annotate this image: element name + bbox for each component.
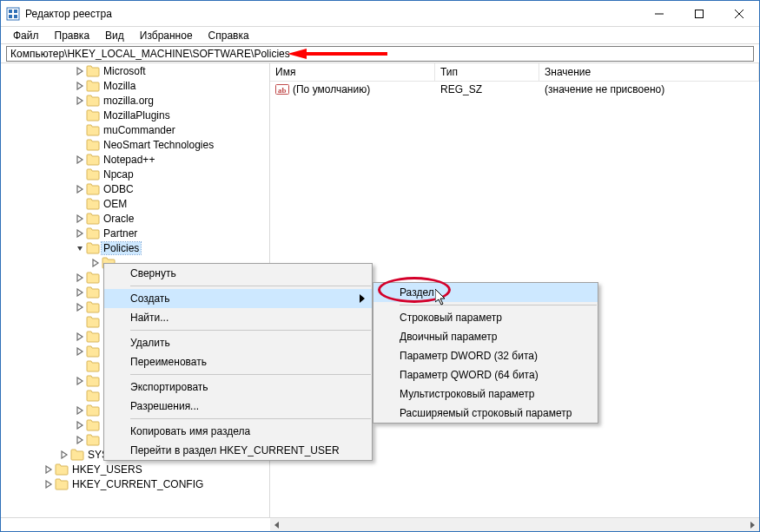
expander-closed-icon[interactable] (74, 227, 86, 240)
svg-marker-13 (77, 97, 83, 104)
col-value[interactable]: Значение (539, 63, 759, 81)
svg-marker-34 (274, 522, 279, 529)
col-type[interactable]: Тип (435, 63, 539, 81)
menu-file[interactable]: Файл (6, 27, 46, 43)
tree-item[interactable]: Microsoft (1, 63, 269, 78)
tree-item-label: HKEY_CURRENT_CONFIG (70, 478, 205, 490)
expander-closed-icon[interactable] (43, 478, 55, 490)
expander-closed-icon[interactable] (74, 375, 86, 387)
context-menu: Свернуть Создать Найти... Удалить Переим… (103, 263, 373, 461)
expander-closed-icon[interactable] (74, 345, 86, 358)
indent (1, 454, 58, 455)
sub-string[interactable]: Строковый параметр (373, 308, 598, 327)
expander-closed-icon[interactable] (89, 257, 102, 269)
indent (1, 144, 74, 145)
tree-item[interactable]: NeoSmart Technologies (1, 137, 269, 152)
tree-item[interactable]: mozilla.org (1, 93, 269, 108)
folder-icon (86, 109, 100, 122)
horizontal-scrollbar[interactable] (270, 518, 759, 531)
sub-key[interactable]: Раздел (373, 283, 598, 302)
expander-closed-icon[interactable] (74, 301, 86, 313)
menu-help[interactable]: Справка (202, 27, 256, 43)
expander-none (74, 124, 86, 136)
svg-marker-11 (77, 68, 83, 75)
expander-closed-icon[interactable] (74, 272, 86, 284)
indent (1, 100, 74, 101)
expander-closed-icon[interactable] (74, 434, 86, 446)
expander-closed-icon[interactable] (74, 331, 86, 343)
expander-closed-icon[interactable] (74, 404, 86, 417)
col-name[interactable]: Имя (270, 63, 435, 81)
minimize-button[interactable] (639, 1, 679, 26)
folder-icon (86, 124, 100, 136)
sub-multi[interactable]: Мультистроковый параметр (373, 384, 598, 404)
svg-rect-4 (14, 15, 17, 18)
tree-item[interactable]: Npcap (1, 167, 269, 181)
expander-closed-icon[interactable] (74, 80, 86, 92)
menu-favorites[interactable]: Избранное (133, 27, 200, 43)
expander-none (74, 316, 86, 328)
address-input[interactable]: Компьютер\HKEY_LOCAL_MACHINE\SOFTWARE\Po… (6, 46, 754, 62)
tree-item[interactable]: HKEY_CURRENT_CONFIG (1, 476, 269, 491)
tree-item[interactable]: Partner (1, 226, 269, 240)
list-row[interactable]: ab (По умолчанию) REG_SZ (значение не пр… (270, 82, 759, 97)
tree-item-label: MozillaPlugins (102, 109, 172, 122)
ctx-create[interactable]: Создать (104, 289, 372, 308)
menu-edit[interactable]: Правка (48, 27, 97, 43)
expander-closed-icon[interactable] (74, 213, 86, 225)
regedit-icon (6, 7, 20, 21)
indent (1, 262, 89, 263)
separator (130, 330, 371, 331)
sub-qword[interactable]: Параметр QWORD (64 бита) (373, 365, 598, 384)
menu-view[interactable]: Вид (98, 27, 131, 43)
expander-closed-icon[interactable] (58, 449, 70, 461)
ctx-permissions[interactable]: Разрешения... (104, 397, 372, 416)
scroll-right-icon[interactable] (745, 518, 759, 531)
tree-item[interactable]: Oracle (1, 211, 269, 226)
expander-closed-icon[interactable] (74, 95, 86, 107)
expander-closed-icon[interactable] (74, 419, 86, 431)
ctx-find[interactable]: Найти... (104, 308, 372, 327)
tree-item[interactable]: MozillaPlugins (1, 108, 269, 122)
menu-bar: Файл Правка Вид Избранное Справка (1, 27, 759, 44)
sub-dword[interactable]: Параметр DWORD (32 бита) (373, 346, 598, 365)
indent (1, 469, 43, 470)
expander-closed-icon[interactable] (74, 183, 86, 195)
ctx-collapse[interactable]: Свернуть (104, 264, 372, 283)
tree-item[interactable]: OEM (1, 196, 269, 211)
expander-none (74, 198, 86, 210)
expander-closed-icon[interactable] (43, 463, 55, 476)
expander-none (74, 109, 86, 122)
tree-item[interactable]: Policies (1, 240, 269, 255)
sub-expand[interactable]: Расширяемый строковый параметр (373, 404, 598, 423)
tree-item-label: HKEY_USERS (70, 463, 144, 476)
ctx-export[interactable]: Экспортировать (104, 378, 372, 397)
ctx-copy-key-name[interactable]: Копировать имя раздела (104, 422, 372, 441)
cell-value: (значение не присвоено) (539, 83, 759, 95)
maximize-button[interactable] (679, 1, 719, 26)
ctx-delete[interactable]: Удалить (104, 333, 372, 352)
tree-item[interactable]: Notepad++ (1, 152, 269, 167)
tree-item[interactable]: muCommander (1, 122, 269, 137)
tree-item[interactable]: Mozilla (1, 78, 269, 93)
expander-open-icon[interactable] (74, 242, 86, 254)
indent (1, 336, 74, 337)
folder-icon (86, 227, 100, 240)
ctx-rename[interactable]: Переименовать (104, 352, 372, 371)
folder-icon (86, 272, 100, 284)
status-bar (1, 517, 759, 531)
cell-type: REG_SZ (435, 83, 539, 95)
tree-item[interactable]: ODBC (1, 181, 269, 196)
expander-closed-icon[interactable] (74, 286, 86, 299)
expander-closed-icon[interactable] (74, 154, 86, 166)
tree-item[interactable]: HKEY_USERS (1, 462, 269, 476)
close-button[interactable] (719, 1, 759, 26)
scroll-left-icon[interactable] (270, 518, 284, 531)
expander-closed-icon[interactable] (74, 65, 86, 77)
ctx-goto-hkcu[interactable]: Перейти в раздел HKEY_CURRENT_USER (104, 441, 372, 460)
indent (1, 424, 74, 425)
svg-rect-1 (9, 10, 12, 13)
folder-icon (86, 390, 100, 402)
svg-marker-12 (77, 82, 83, 89)
sub-binary[interactable]: Двоичный параметр (373, 327, 598, 346)
